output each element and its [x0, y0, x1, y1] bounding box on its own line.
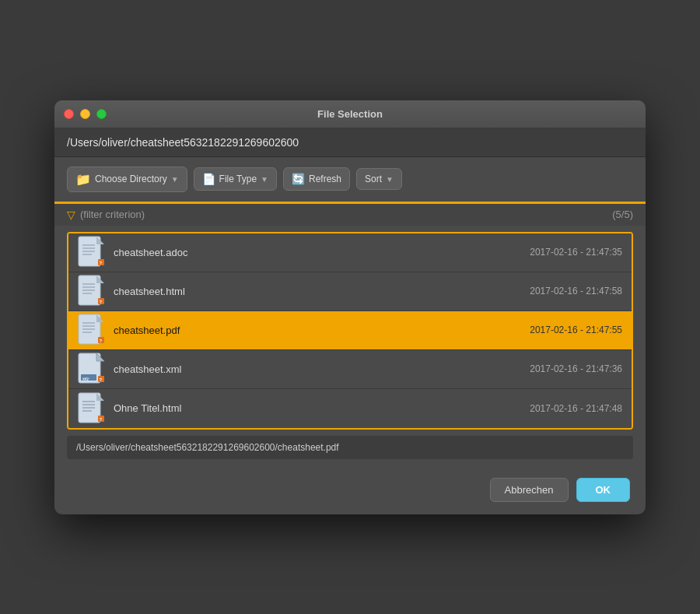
svg-text:?: ?: [100, 377, 103, 382]
svg-text:?: ?: [100, 300, 103, 304]
window-title: File Selection: [317, 108, 383, 120]
file-type-icon: ?: [78, 314, 106, 346]
file-type-icon: ?: [78, 275, 106, 307]
cancel-button[interactable]: Abbrechen: [490, 478, 569, 502]
current-path: /Users/oliver/cheatsheet5632182291269602…: [54, 128, 646, 157]
file-list: ? cheatsheet.adoc2017-02-16 - 21:47:35 ?…: [67, 232, 633, 430]
file-row[interactable]: </> XML ? cheatsheet.xml2017-02-16 - 21:…: [68, 350, 632, 389]
file-row[interactable]: ? cheatsheet.html2017-02-16 - 21:47:58: [68, 272, 632, 311]
choose-directory-button[interactable]: 📁 Choose Directory ▼: [67, 167, 187, 192]
file-name: cheatsheet.xml: [114, 363, 530, 375]
file-date: 2017-02-16 - 21:47:58: [530, 286, 622, 296]
ok-button[interactable]: OK: [576, 478, 631, 502]
refresh-button[interactable]: 🔄 Refresh: [283, 167, 350, 191]
svg-text:?: ?: [100, 261, 103, 265]
chevron-down-icon: ▼: [386, 175, 394, 184]
title-bar: File Selection: [54, 100, 646, 128]
file-name: cheatsheet.pdf: [114, 325, 530, 336]
file-icon: 📄: [202, 173, 215, 185]
file-type-icon: </> XML ?: [78, 353, 106, 385]
chevron-down-icon: ▼: [261, 175, 268, 184]
file-name: Ohne Titel.html: [114, 402, 530, 414]
file-date: 2017-02-16 - 21:47:48: [530, 403, 622, 414]
close-button[interactable]: [64, 109, 74, 119]
filter-icon: ▽: [67, 209, 75, 221]
svg-text:?: ?: [100, 417, 103, 422]
minimize-button[interactable]: [80, 109, 90, 119]
file-date: 2017-02-16 - 21:47:35: [530, 247, 622, 258]
svg-text:?: ?: [100, 339, 103, 343]
filter-count: (5/5): [612, 209, 633, 220]
svg-text:XML: XML: [82, 377, 89, 381]
selected-file-path: /Users/oliver/cheatsheet5632182291269602…: [67, 436, 633, 459]
file-date: 2017-02-16 - 21:47:55: [530, 325, 622, 335]
file-name: cheatsheet.adoc: [114, 247, 530, 258]
file-row[interactable]: ? cheatsheet.adoc2017-02-16 - 21:47:35: [68, 233, 632, 272]
window-controls: [64, 109, 107, 119]
chevron-down-icon: ▼: [171, 175, 179, 184]
file-row[interactable]: ? cheatsheet.pdf2017-02-16 - 21:47:55: [68, 311, 632, 350]
sort-button[interactable]: Sort ▼: [356, 168, 402, 190]
file-row[interactable]: ? Ohne Titel.html2017-02-16 - 21:47:48: [68, 389, 632, 428]
file-type-icon: ?: [78, 236, 106, 268]
file-type-icon: ?: [78, 392, 106, 425]
file-type-button[interactable]: 📄 File Type ▼: [194, 167, 277, 191]
folder-icon: 📁: [75, 172, 91, 187]
refresh-icon: 🔄: [292, 173, 305, 185]
toolbar: 📁 Choose Directory ▼ 📄 File Type ▼ 🔄 Ref…: [54, 157, 646, 204]
maximize-button[interactable]: [96, 109, 107, 119]
filter-bar: ▽ (filter criterion) (5/5): [54, 204, 646, 226]
file-selection-dialog: File Selection /Users/oliver/cheatsheet5…: [54, 100, 646, 514]
filter-placeholder: (filter criterion): [80, 209, 145, 220]
file-date: 2017-02-16 - 21:47:36: [530, 363, 622, 374]
footer: Abbrechen OK: [54, 465, 646, 514]
file-name: cheatsheet.html: [114, 286, 530, 297]
